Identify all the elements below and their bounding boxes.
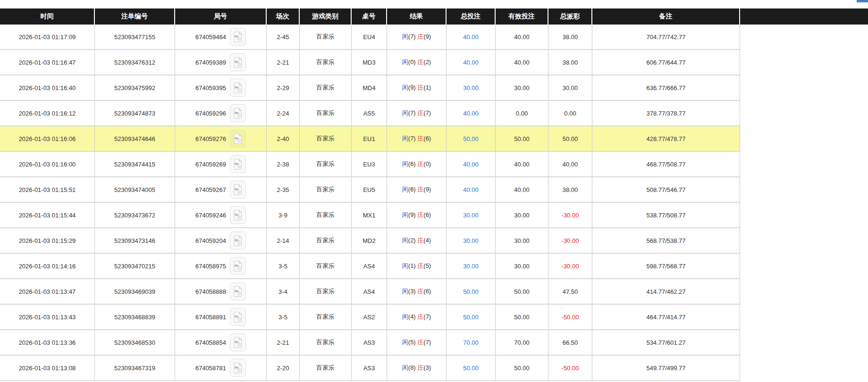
cell-remark: 464.77/414.77 xyxy=(592,305,740,329)
cell-table-no: AS3 xyxy=(352,330,387,355)
table-row[interactable]: 2026-01-03 01:17:09523093477155674059464… xyxy=(0,25,740,50)
total-bet-link[interactable]: 40.00 xyxy=(463,186,479,193)
cell-bet-id: 523093473672 xyxy=(95,203,175,227)
total-bet-link[interactable]: 40.00 xyxy=(463,59,479,66)
cell-bet-id: 523093468530 xyxy=(95,330,175,355)
player-label: 闲 xyxy=(402,364,408,371)
cell-total-bet: 50.00 xyxy=(447,279,496,304)
banker-label: 庄 xyxy=(417,364,423,371)
column-header-session: 场次 xyxy=(267,8,300,25)
cell-session: 2-21 xyxy=(267,50,300,75)
table-row[interactable]: 2026-01-03 01:16:06523093474646674059276… xyxy=(0,126,740,152)
cell-session: 3-4 xyxy=(267,279,300,304)
cell-table-no: EU4 xyxy=(352,25,387,49)
top-right-button-fragment[interactable] xyxy=(857,0,868,2)
round-id-value: 674058781 xyxy=(195,365,226,372)
player-score: (1) xyxy=(408,262,418,269)
cell-remark: 704.77/742.77 xyxy=(592,25,740,49)
banker-label: 庄 xyxy=(417,135,423,142)
video-icon[interactable] xyxy=(230,181,246,199)
result-text: 闲(7) 庄(9) xyxy=(402,33,431,41)
video-icon[interactable] xyxy=(230,79,246,97)
cell-remark: 538.77/508.77 xyxy=(592,203,740,227)
cell-result: 闲(2) 庄(4) xyxy=(387,228,447,253)
player-label: 闲 xyxy=(402,237,408,244)
round-id-value: 674058891 xyxy=(195,314,226,321)
cell-valid-bet: 50.00 xyxy=(496,279,548,304)
video-icon[interactable] xyxy=(230,155,246,173)
total-bet-link[interactable]: 30.00 xyxy=(463,212,479,219)
cell-remark: 598.77/568.77 xyxy=(592,254,740,278)
table-row[interactable]: 2026-01-03 01:13:08523093467319674058781… xyxy=(0,356,740,381)
payout-value: -30.00 xyxy=(562,263,579,270)
total-bet-link[interactable]: 40.00 xyxy=(463,161,479,168)
cell-round-id: 674059276 xyxy=(175,126,267,151)
cell-result: 闲(4) 庄(7) xyxy=(387,305,447,329)
banker-score: (2) xyxy=(423,58,431,66)
table-row[interactable]: 2026-01-03 01:16:47523093476312674059389… xyxy=(0,50,740,75)
cell-total-payout: -30.00 xyxy=(548,228,592,253)
video-icon[interactable] xyxy=(230,333,246,351)
column-header-time: 时间 xyxy=(0,8,95,25)
total-bet-link[interactable]: 40.00 xyxy=(463,110,479,117)
video-icon[interactable] xyxy=(230,206,246,224)
table-row[interactable]: 2026-01-03 01:13:43523093468839674058891… xyxy=(0,305,740,330)
cell-total-payout: -30.00 xyxy=(548,254,592,278)
video-icon[interactable] xyxy=(230,130,246,148)
round-id-value: 674059276 xyxy=(195,135,226,142)
payout-value: -50.00 xyxy=(562,365,579,372)
video-icon[interactable] xyxy=(230,257,246,275)
cell-result: 闲(3) 庄(6) xyxy=(387,279,447,304)
total-bet-link[interactable]: 50.00 xyxy=(463,288,479,295)
cell-round-id: 674059204 xyxy=(175,228,267,253)
cell-time: 2026-01-03 01:16:00 xyxy=(0,152,95,176)
banker-score: (0) xyxy=(423,160,431,167)
cell-result: 闲(9) 庄(1) xyxy=(387,75,447,100)
table-row[interactable]: 2026-01-03 01:15:44523093473672674059246… xyxy=(0,203,740,228)
video-icon[interactable] xyxy=(230,308,246,326)
table-row[interactable]: 2026-01-03 01:15:29523093473146674059204… xyxy=(0,228,740,254)
cell-session: 2-24 xyxy=(267,101,300,125)
total-bet-link[interactable]: 30.00 xyxy=(463,237,479,244)
table-row[interactable]: 2026-01-03 01:14:16523093470215674058975… xyxy=(0,254,740,279)
table-row[interactable]: 2026-01-03 01:13:36523093468530674058854… xyxy=(0,330,740,356)
video-icon[interactable] xyxy=(230,232,246,249)
total-bet-link[interactable]: 50.00 xyxy=(463,135,479,142)
total-bet-link[interactable]: 70.00 xyxy=(463,339,479,346)
total-bet-link[interactable]: 40.00 xyxy=(463,33,479,41)
cell-remark: 378.77/378.77 xyxy=(592,101,740,125)
cell-remark: 568.77/538.77 xyxy=(592,228,740,253)
cell-total-payout: 38.00 xyxy=(548,50,592,75)
cell-time: 2026-01-03 01:13:47 xyxy=(0,279,95,304)
cell-session: 2-20 xyxy=(267,356,300,380)
video-icon[interactable] xyxy=(230,104,246,122)
cell-valid-bet: 30.00 xyxy=(496,228,548,253)
table-row[interactable]: 2026-01-03 01:13:47523093469039674058888… xyxy=(0,279,740,305)
cell-valid-bet: 50.00 xyxy=(496,126,548,151)
cell-game-type: 百家乐 xyxy=(300,203,352,227)
video-icon[interactable] xyxy=(230,359,246,377)
table-row[interactable]: 2026-01-03 01:15:51523093474005674059267… xyxy=(0,177,740,203)
total-bet-link[interactable]: 50.00 xyxy=(463,314,479,321)
player-label: 闲 xyxy=(402,313,408,320)
cell-bet-id: 523093474415 xyxy=(95,152,175,176)
table-row[interactable]: 2026-01-03 01:16:40523093475992674059395… xyxy=(0,75,740,101)
player-label: 闲 xyxy=(402,160,408,167)
video-icon[interactable] xyxy=(230,282,246,300)
round-id-value: 674059389 xyxy=(195,59,226,66)
total-bet-link[interactable]: 30.00 xyxy=(463,84,479,91)
video-icon[interactable] xyxy=(230,53,246,71)
player-score: (7) xyxy=(408,109,418,116)
total-bet-link[interactable]: 30.00 xyxy=(463,263,479,270)
banker-score: (5) xyxy=(423,262,431,269)
payout-value: 38.00 xyxy=(563,59,578,66)
cell-game-type: 百家乐 xyxy=(300,177,352,202)
cell-valid-bet: 0.00 xyxy=(496,101,548,125)
total-bet-link[interactable]: 50.00 xyxy=(463,365,479,372)
cell-table-no: MD4 xyxy=(352,75,387,100)
video-icon[interactable] xyxy=(230,28,246,46)
cell-game-type: 百家乐 xyxy=(300,279,352,304)
cell-session: 3-5 xyxy=(267,305,300,329)
table-row[interactable]: 2026-01-03 01:16:00523093474415674059269… xyxy=(0,152,740,177)
table-row[interactable]: 2026-01-03 01:16:12523093474873674059296… xyxy=(0,101,740,126)
